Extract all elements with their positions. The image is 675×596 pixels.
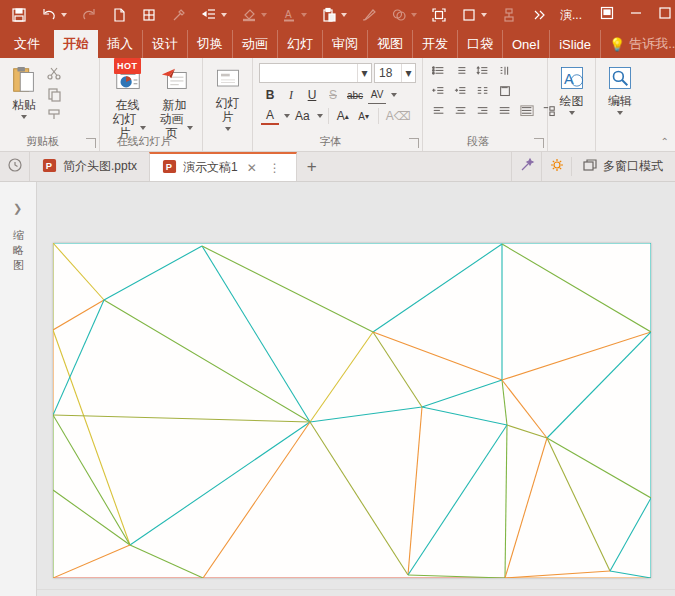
- more-chevrons-button[interactable]: [524, 3, 554, 27]
- draw-button[interactable]: A 绘图: [552, 62, 591, 118]
- slide[interactable]: [53, 243, 651, 578]
- tab-设计[interactable]: 设计: [143, 30, 188, 58]
- shrink-font-button[interactable]: A▾: [355, 107, 373, 125]
- align-left-button[interactable]: [431, 105, 447, 123]
- copy-icon: [46, 86, 62, 106]
- eyedropper-button: [164, 3, 194, 27]
- workspace: ❯ 缩略图: [0, 182, 675, 596]
- save-button[interactable]: [4, 3, 34, 27]
- paste-button[interactable]: 粘贴: [4, 62, 44, 125]
- format-painter-button[interactable]: [44, 109, 64, 125]
- tab-视图[interactable]: 视图: [368, 30, 413, 58]
- tab-开发[interactable]: 开发: [413, 30, 458, 58]
- group-slide: 幻灯片: [203, 58, 253, 151]
- tell-me-box[interactable]: 💡 告诉我...: [601, 30, 675, 58]
- quick-access-toolbar: A: [0, 3, 554, 27]
- new-animation-page-button[interactable]: 新加 动画页: [151, 62, 198, 143]
- wand-button[interactable]: [511, 152, 541, 181]
- eyedropper-icon: [171, 7, 187, 23]
- slide-icon: [214, 65, 242, 96]
- maximize-button[interactable]: [650, 0, 675, 30]
- pin-window-button[interactable]: [592, 0, 621, 30]
- doc-tab-active[interactable]: P演示文稿1✕⋮: [149, 152, 297, 181]
- align-center-button[interactable]: [453, 105, 469, 123]
- indent-decrease-icon: [431, 85, 447, 102]
- tab-插入[interactable]: 插入: [98, 30, 143, 58]
- wand-icon: [519, 157, 535, 176]
- bold-button[interactable]: B: [261, 86, 279, 104]
- collapse-ribbon-button[interactable]: ⌃: [661, 136, 669, 147]
- grow-font-glyph: A: [337, 109, 345, 123]
- distribute-button[interactable]: [519, 105, 535, 123]
- group-paragraph: 段落: [423, 58, 548, 151]
- slide-button[interactable]: 幻灯片: [207, 62, 248, 134]
- change-case-button[interactable]: Aa: [293, 107, 312, 125]
- grow-font-button[interactable]: A▴: [334, 107, 352, 125]
- multi-window-mode-button[interactable]: 多窗口模式: [571, 157, 675, 176]
- tab-幻灯[interactable]: 幻灯: [278, 30, 323, 58]
- clear-format-button[interactable]: A⌫: [384, 107, 413, 125]
- numbering-button[interactable]: [453, 65, 469, 83]
- indent-button[interactable]: [194, 3, 234, 27]
- font-color-button[interactable]: A: [261, 107, 279, 125]
- font-size-combobox[interactable]: 18 ▾: [374, 63, 416, 83]
- doc-tab-inactive[interactable]: P简介头图.pptx: [30, 152, 149, 181]
- minimize-button[interactable]: [621, 0, 650, 30]
- indent-decrease-button[interactable]: [431, 85, 447, 103]
- tab-口袋[interactable]: 口袋: [458, 30, 503, 58]
- ribbon: 粘贴 剪贴板 HOT 在线 幻灯片: [0, 58, 675, 152]
- italic-button[interactable]: I: [282, 86, 300, 104]
- dialog-launcher-icon[interactable]: [534, 138, 544, 148]
- indent-increase-button[interactable]: [453, 85, 469, 103]
- copy-button[interactable]: [44, 88, 64, 104]
- brush-icon: [361, 7, 377, 23]
- text-direction-button[interactable]: [497, 65, 513, 83]
- scissors-button[interactable]: [44, 67, 64, 83]
- new-doc-button[interactable]: [104, 3, 134, 27]
- bullets-button[interactable]: [431, 65, 447, 83]
- tab-动画[interactable]: 动画: [233, 30, 278, 58]
- application-window: A 演... 文件 开始插入设计切换动画幻灯审阅视图开发口袋OneIiSlide…: [0, 0, 675, 596]
- online-slides-button[interactable]: HOT 在线 幻灯片: [104, 62, 151, 143]
- align-right-button[interactable]: [475, 105, 491, 123]
- expand-panel-button[interactable]: ❯: [13, 202, 22, 215]
- grid-button[interactable]: [134, 3, 164, 27]
- line-spacing-button[interactable]: [475, 65, 491, 83]
- dialog-launcher-icon[interactable]: [86, 138, 96, 148]
- tab-OneI[interactable]: OneI: [503, 30, 550, 58]
- new-tab-button[interactable]: +: [297, 152, 327, 181]
- double-strike-button[interactable]: abc: [345, 86, 365, 104]
- edit-button[interactable]: 编辑: [600, 62, 640, 118]
- settings-button[interactable]: [541, 152, 571, 181]
- redo-icon: [81, 7, 97, 23]
- maximize-icon: [657, 5, 673, 25]
- tab-开始[interactable]: 开始: [54, 30, 98, 58]
- align-objects-button: [494, 3, 524, 27]
- paste-small-button[interactable]: [314, 3, 354, 27]
- dialog-launcher-icon[interactable]: [409, 138, 419, 148]
- font-name-combobox[interactable]: ▾: [259, 63, 372, 83]
- new-doc-icon: [111, 7, 127, 23]
- theme-colors-button[interactable]: [454, 3, 494, 27]
- tab-审阅[interactable]: 审阅: [323, 30, 368, 58]
- close-tab-icon[interactable]: ✕: [244, 161, 260, 175]
- expand-selection-button[interactable]: [424, 3, 454, 27]
- strikethrough-button[interactable]: S: [324, 86, 342, 104]
- undo-button[interactable]: [34, 3, 74, 27]
- tab-切换[interactable]: 切换: [188, 30, 233, 58]
- svg-text:P: P: [166, 162, 172, 172]
- tab-iSlide[interactable]: iSlide: [550, 30, 601, 58]
- char-spacing-button[interactable]: AV: [368, 86, 386, 104]
- chevron-down-icon: [61, 13, 67, 17]
- tab-file[interactable]: 文件: [0, 30, 54, 58]
- tab-menu-icon[interactable]: ⋮: [266, 161, 284, 175]
- underline-button[interactable]: U: [303, 86, 321, 104]
- separator: [378, 108, 379, 124]
- columns-button[interactable]: [475, 85, 491, 103]
- justify-button[interactable]: [497, 105, 513, 123]
- text-box-direction-button[interactable]: [497, 85, 513, 103]
- group-label-font: 字体: [253, 134, 408, 149]
- history-button[interactable]: [0, 152, 30, 181]
- font-color-icon: A: [281, 7, 297, 23]
- chevron-down-icon: [569, 111, 575, 115]
